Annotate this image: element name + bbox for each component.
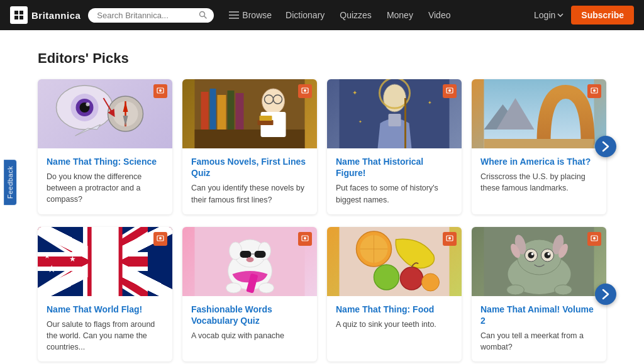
card-img-food bbox=[327, 227, 462, 296]
svg-text:✦: ✦ bbox=[352, 89, 357, 96]
carousel-next-row1[interactable] bbox=[595, 136, 616, 157]
svg-point-82 bbox=[226, 283, 242, 293]
history-illustration: ✦ ✦ ✦ bbox=[327, 79, 462, 148]
search-bar bbox=[88, 8, 214, 23]
svg-point-91 bbox=[374, 265, 399, 290]
card-body-food: Name That Thing: Food A quiz to sink you… bbox=[327, 296, 462, 339]
svg-point-106 bbox=[545, 252, 551, 258]
logo[interactable]: Britannica bbox=[10, 6, 80, 24]
card-type-icon-novels bbox=[298, 84, 312, 98]
card-flag[interactable]: ★ ★ ★ ★ ★ Name That World Flag! Our bbox=[38, 227, 172, 362]
svg-rect-56 bbox=[38, 227, 148, 296]
svg-rect-2 bbox=[14, 16, 18, 19]
card-animal[interactable]: Name That Animal! Volume 2 Can you tell … bbox=[472, 227, 606, 362]
svg-rect-27 bbox=[210, 89, 216, 130]
svg-rect-78 bbox=[255, 251, 266, 258]
card-body-flag: Name That World Flag! Our salute to flag… bbox=[38, 296, 172, 362]
card-type-icon-food bbox=[443, 232, 457, 246]
section-title: Editors' Picks bbox=[38, 50, 606, 67]
svg-line-5 bbox=[204, 16, 207, 19]
chevron-right-icon-2 bbox=[602, 289, 609, 300]
feedback-button[interactable]: Feedback bbox=[4, 159, 16, 204]
svg-rect-3 bbox=[19, 16, 23, 19]
svg-rect-37 bbox=[260, 116, 272, 121]
nav-link-video[interactable]: Video bbox=[422, 6, 457, 24]
card-fashionable[interactable]: Fashionable Words Vocabulary Quiz A voca… bbox=[182, 227, 317, 362]
chevron-right-icon bbox=[602, 141, 609, 152]
svg-point-75 bbox=[230, 242, 242, 260]
card-desc-food: A quiz to sink your teeth into. bbox=[336, 319, 453, 330]
svg-rect-53 bbox=[484, 139, 594, 148]
svg-point-93 bbox=[422, 273, 440, 291]
card-desc-science: Do you know the difference between a pro… bbox=[47, 171, 164, 205]
svg-point-49 bbox=[448, 89, 451, 92]
svg-text:✦: ✦ bbox=[358, 119, 362, 124]
nav-link-quizzes[interactable]: Quizzes bbox=[333, 6, 378, 24]
card-title-novels: Famous Novels, First Lines Quiz bbox=[191, 156, 308, 179]
main-content: Editors' Picks bbox=[0, 30, 644, 364]
nav-link-money[interactable]: Money bbox=[380, 6, 419, 24]
card-title-fashionable: Fashionable Words Vocabulary Quiz bbox=[191, 304, 308, 326]
nav-link-dictionary[interactable]: Dictionary bbox=[279, 6, 331, 24]
card-title-america: Where in America is That? bbox=[480, 156, 597, 167]
svg-point-109 bbox=[507, 285, 525, 295]
svg-rect-77 bbox=[240, 251, 252, 258]
svg-point-108 bbox=[548, 253, 550, 255]
svg-rect-25 bbox=[195, 130, 305, 148]
card-desc-america: Crisscross the U.S. by placing these fam… bbox=[480, 171, 597, 194]
uk-flag bbox=[38, 227, 148, 296]
svg-rect-26 bbox=[201, 92, 209, 130]
logo-icon bbox=[10, 6, 28, 24]
card-title-science: Name That Thing: Science bbox=[47, 156, 164, 167]
svg-point-105 bbox=[528, 252, 535, 258]
card-desc-animal: Can you tell a meerkat from a wombat? bbox=[480, 330, 597, 353]
card-img-america bbox=[472, 79, 606, 148]
login-button[interactable]: Login bbox=[534, 10, 564, 20]
card-america[interactable]: Where in America is That? Crisscross the… bbox=[472, 79, 606, 214]
nav-right: Login Subscribe bbox=[534, 6, 634, 25]
browse-menu[interactable]: Browse bbox=[224, 6, 277, 24]
card-type-icon-history bbox=[443, 84, 457, 98]
card-body-fashionable: Fashionable Words Vocabulary Quiz A voca… bbox=[182, 296, 317, 351]
card-type-icon-science bbox=[153, 84, 167, 98]
nav-links: Browse Dictionary Quizzes Money Video bbox=[224, 6, 534, 24]
card-title-history: Name That Historical Figure! bbox=[336, 156, 453, 179]
card-title-flag: Name That World Flag! bbox=[47, 304, 164, 315]
card-type-icon-flag bbox=[153, 232, 167, 246]
svg-point-71 bbox=[159, 237, 162, 240]
card-food[interactable]: Name That Thing: Food A quiz to sink you… bbox=[327, 227, 462, 362]
card-novels[interactable]: Famous Novels, First Lines Quiz Can you … bbox=[182, 79, 317, 214]
card-science[interactable]: Name That Thing: Science Do you know the… bbox=[38, 79, 172, 214]
search-icon bbox=[199, 11, 208, 19]
card-type-icon-fashionable bbox=[298, 232, 312, 246]
svg-point-107 bbox=[531, 253, 534, 255]
svg-rect-36 bbox=[258, 120, 274, 125]
svg-rect-29 bbox=[228, 91, 235, 130]
card-body-history: Name That Historical Figure! Put faces t… bbox=[327, 148, 462, 214]
card-desc-history: Put faces to some of history's biggest n… bbox=[336, 182, 453, 205]
science-illustration bbox=[38, 79, 172, 148]
card-grid-row1: Name That Thing: Science Do you know the… bbox=[38, 79, 606, 214]
subscribe-button[interactable]: Subscribe bbox=[571, 6, 634, 25]
svg-point-39 bbox=[304, 89, 306, 92]
browse-label: Browse bbox=[242, 10, 272, 20]
svg-rect-63 bbox=[87, 227, 98, 296]
svg-point-112 bbox=[593, 237, 596, 240]
card-body-science: Name That Thing: Science Do you know the… bbox=[38, 148, 172, 214]
svg-rect-43 bbox=[389, 114, 401, 126]
card-desc-fashionable: A vocab quiz with panache bbox=[191, 330, 308, 341]
svg-line-58 bbox=[38, 227, 148, 296]
card-history[interactable]: ✦ ✦ ✦ Name That Historical Figure! Put f… bbox=[327, 79, 462, 214]
svg-point-13 bbox=[86, 102, 90, 106]
svg-line-57 bbox=[38, 227, 148, 296]
svg-rect-0 bbox=[14, 11, 18, 14]
animal-illustration bbox=[472, 227, 606, 296]
card-desc-flag: Our salute to flags from around the worl… bbox=[47, 319, 164, 353]
svg-point-80 bbox=[247, 257, 254, 262]
carousel-next-row2[interactable] bbox=[595, 284, 616, 305]
search-input[interactable] bbox=[97, 11, 199, 20]
svg-rect-30 bbox=[236, 93, 244, 130]
america-illustration bbox=[472, 79, 606, 148]
svg-point-55 bbox=[593, 89, 596, 92]
svg-text:✦: ✦ bbox=[428, 100, 432, 106]
